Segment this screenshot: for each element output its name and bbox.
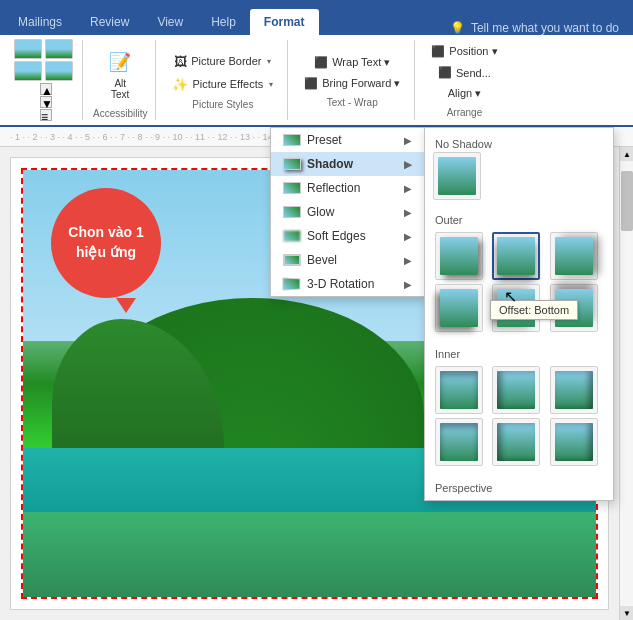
alt-text-label2: Text [111, 89, 129, 100]
perspective-section: Perspective [425, 474, 613, 500]
shadow-inner-thumb-6 [555, 423, 593, 461]
picture-effects-icon: ✨ [172, 77, 188, 92]
shadow-outer-2[interactable] [492, 232, 540, 280]
shadow-icon [283, 158, 301, 170]
shadow-inner-4[interactable] [435, 418, 483, 466]
bring-forward-label: Bring Forward ▾ [322, 77, 400, 90]
menu-item-shadow-left: Shadow [283, 157, 353, 171]
bubble-text-line1: Chon vào 1 [68, 224, 143, 240]
arrange-group: ⬛ Position ▾ ⬛ Send... Align ▾ Arrange [417, 40, 511, 120]
picture-border-label: Picture Border [191, 55, 261, 67]
shadow-arrow: ▶ [404, 159, 412, 170]
shadow-inner-1[interactable] [435, 366, 483, 414]
glow-icon [283, 206, 301, 218]
align-label: Align ▾ [448, 87, 482, 100]
menu-item-bevel[interactable]: Bevel ▶ [271, 248, 424, 272]
shadow-outer-3[interactable] [550, 232, 598, 280]
tell-me-input[interactable]: Tell me what you want to do [471, 21, 619, 35]
picture-styles-group: 🖼 Picture Border ▾ ✨ Picture Effects ▾ P… [158, 40, 288, 120]
glow-label: Glow [307, 205, 334, 219]
scroll-up[interactable]: ▲ [620, 147, 633, 161]
align-button[interactable]: Align ▾ [442, 84, 488, 103]
lightbulb-icon: 💡 [450, 21, 465, 35]
picture-border-icon: 🖼 [174, 54, 187, 69]
picture-border-arrow: ▾ [267, 57, 271, 66]
tab-mailings[interactable]: Mailings [4, 9, 76, 35]
shadow-inner-thumb-5 [497, 423, 535, 461]
picture-border-row: 🖼 Picture Border ▾ [168, 51, 277, 72]
menu-item-soft-edges-left: Soft Edges [283, 229, 366, 243]
picture-effects-button[interactable]: ✨ Picture Effects ▾ [166, 74, 279, 95]
picture-effects-arrow: ▾ [269, 80, 273, 89]
arrange-label: Arrange [447, 107, 483, 118]
tab-review[interactable]: Review [76, 9, 143, 35]
ribbon: ▲ ▼ ≡ 📝 Alt Text Accessibility 🖼 Picture… [0, 35, 633, 127]
menu-item-shadow[interactable]: Shadow ▶ [271, 152, 424, 176]
alt-text-label: Alt [114, 78, 126, 89]
position-icon: ⬛ [431, 45, 445, 58]
speech-bubble: Chon vào 1 hiệu ứng [51, 188, 161, 298]
reflection-label: Reflection [307, 181, 360, 195]
align-select-row: Align ▾ [442, 84, 488, 103]
picture-border-button[interactable]: 🖼 Picture Border ▾ [168, 51, 277, 72]
scroll-up-btn[interactable]: ▲ [40, 83, 52, 95]
menu-item-3d-rotation[interactable]: 3-D Rotation ▶ [271, 272, 424, 296]
shadow-inner-2[interactable] [492, 366, 540, 414]
more-btn[interactable]: ≡ [40, 109, 52, 121]
3d-rotation-label: 3-D Rotation [307, 277, 374, 291]
tab-help[interactable]: Help [197, 9, 250, 35]
bring-forward-button[interactable]: ⬛ Bring Forward ▾ [298, 74, 406, 93]
menu-item-glow-left: Glow [283, 205, 334, 219]
shadow-outer-4[interactable] [435, 284, 483, 332]
cursor: ↖ [504, 287, 517, 306]
tab-view[interactable]: View [143, 9, 197, 35]
soft-edges-icon [283, 230, 301, 242]
shadow-inner-thumb-4 [440, 423, 478, 461]
position-button[interactable]: ⬛ Position ▾ [425, 42, 503, 61]
picture-thumb-3[interactable] [14, 61, 42, 81]
shadow-inner-6[interactable] [550, 418, 598, 466]
shadow-inner-3[interactable] [550, 366, 598, 414]
menu-item-bevel-left: Bevel [283, 253, 337, 267]
scroll-down-btn[interactable]: ▼ [40, 96, 52, 108]
picture-thumb-2[interactable] [45, 39, 73, 59]
reflection-icon [283, 182, 301, 194]
shadow-inner-5[interactable] [492, 418, 540, 466]
shadow-inner-thumb-3 [555, 371, 593, 409]
send-button[interactable]: ⬛ Send... [432, 63, 497, 82]
accessibility-group: 📝 Alt Text Accessibility [85, 40, 156, 120]
menu-item-reflection[interactable]: Reflection ▶ [271, 176, 424, 200]
picture-thumb-4[interactable] [45, 61, 73, 81]
position-label: Position ▾ [449, 45, 497, 58]
menu-item-soft-edges[interactable]: Soft Edges ▶ [271, 224, 424, 248]
picture-thumbnails-group: ▲ ▼ ≡ [6, 40, 83, 120]
shadow-thumb-1 [440, 237, 478, 275]
menu-item-glow[interactable]: Glow ▶ [271, 200, 424, 224]
no-shadow-row: No Shadow [425, 128, 613, 206]
inner-shadow-grid [433, 362, 605, 470]
inner-section: Inner [425, 340, 613, 474]
picture-effects-row: ✨ Picture Effects ▾ [166, 74, 279, 95]
tab-format[interactable]: Format [250, 9, 319, 35]
shadow-label: Shadow [307, 157, 353, 171]
bubble-text-line2: hiệu ứng [76, 244, 136, 260]
accessibility-label: Accessibility [93, 108, 147, 119]
scroll-down[interactable]: ▼ [620, 606, 633, 620]
shadow-outer-1[interactable] [435, 232, 483, 280]
preset-label: Preset [307, 133, 342, 147]
scroll-thumb[interactable] [621, 171, 633, 231]
picture-styles-label: Picture Styles [192, 99, 253, 110]
scroll-track[interactable] [620, 161, 633, 606]
preset-icon [283, 134, 301, 146]
scrollbar: ▲ ▼ [619, 147, 633, 620]
menu-item-preset[interactable]: Preset ▶ [271, 128, 424, 152]
shadow-inner-thumb-2 [497, 371, 535, 409]
picture-thumb-1[interactable] [14, 39, 42, 59]
preset-arrow: ▶ [404, 135, 412, 146]
menu-item-preset-left: Preset [283, 133, 342, 147]
wrap-text-button[interactable]: ⬛ Wrap Text ▾ [308, 53, 396, 72]
picture-effects-label: Picture Effects [192, 78, 263, 90]
no-shadow-item[interactable] [433, 152, 481, 200]
alt-text-button[interactable]: 📝 Alt Text [98, 42, 142, 104]
glow-arrow: ▶ [404, 207, 412, 218]
